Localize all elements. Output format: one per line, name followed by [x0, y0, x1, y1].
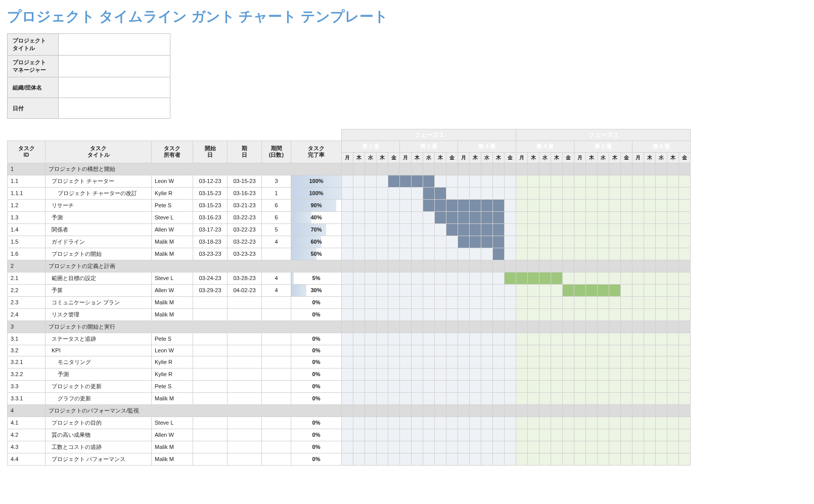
task-row: 2.1範囲と目標の設定Steve L03-24-2303-28-2345% — [8, 272, 691, 284]
dow-cell: 木 — [493, 152, 505, 163]
pct-cell[interactable]: 0% — [291, 441, 342, 453]
phase-header-1: フェーズ 1 — [342, 129, 516, 141]
dow-cell: 木 — [667, 152, 679, 163]
meta-table: プロジェクトタイトル プロジェクトマネージャー 組織/団体名 日付 — [7, 33, 170, 119]
section-row: 1プロジェクトの構想と開始 — [8, 163, 691, 175]
dow-cell: 水 — [365, 152, 377, 163]
dow-cell: 木 — [377, 152, 388, 163]
task-row: 1.2リサーチPete S03-15-2303-21-23690% — [8, 199, 691, 211]
pct-cell[interactable]: 40% — [291, 211, 342, 223]
pct-cell[interactable]: 0% — [291, 453, 342, 465]
task-row: 3.3.1グラフの更新Malik M0% — [8, 392, 691, 404]
pct-cell[interactable]: 70% — [291, 223, 342, 236]
week-header-3: 第 3 週 — [458, 141, 516, 152]
col-header-duration: 期間(日数) — [262, 141, 291, 163]
pct-cell[interactable]: 0% — [291, 417, 342, 429]
dow-cell: 水 — [539, 152, 551, 163]
dow-cell: 金 — [621, 152, 632, 163]
pct-cell[interactable]: 0% — [291, 380, 342, 392]
meta-label-date: 日付 — [8, 98, 59, 119]
col-header-owner: タスク所有者 — [152, 141, 193, 163]
week-header-1: 第 1 週 — [342, 141, 400, 152]
meta-value-project-title[interactable] — [59, 34, 170, 56]
dow-cell: 木 — [412, 152, 423, 163]
pct-cell[interactable]: 90% — [291, 199, 342, 211]
pct-cell[interactable]: 0% — [291, 296, 342, 308]
dow-cell: 月 — [458, 152, 470, 163]
pct-cell[interactable]: 0% — [291, 392, 342, 404]
pct-cell[interactable]: 100% — [291, 175, 342, 187]
dow-cell: 木 — [551, 152, 563, 163]
task-row: 3.1ステータスと追跡Pete S0% — [8, 333, 691, 345]
dow-cell: 水 — [423, 152, 435, 163]
pct-cell[interactable]: 0% — [291, 368, 342, 380]
dow-cell: 月 — [400, 152, 412, 163]
dow-cell: 木 — [586, 152, 598, 163]
pct-cell[interactable]: 0% — [291, 356, 342, 368]
dow-cell: 水 — [598, 152, 609, 163]
task-row: 4.2質の高い成果物Allen W0% — [8, 429, 691, 441]
week-header-4: 第 4 週 — [516, 141, 574, 152]
pct-cell[interactable]: 0% — [291, 308, 342, 320]
dow-cell: 木 — [609, 152, 621, 163]
week-header-5: 第 5 週 — [574, 141, 632, 152]
dow-cell: 月 — [516, 152, 528, 163]
dow-cell: 木 — [644, 152, 656, 163]
task-row: 3.2.2予測Kylie R0% — [8, 368, 691, 380]
dow-cell: 月 — [632, 152, 644, 163]
phase-header-2: フェーズ 2 — [516, 129, 691, 141]
task-row: 3.2KPILeon W0% — [8, 345, 691, 356]
section-row: 4プロジェクトのパフォーマンス/監視 — [8, 404, 691, 417]
dow-cell: 水 — [481, 152, 493, 163]
task-row: 1.1プロジェクト チャーターLeon W03-12-2303-15-23310… — [8, 175, 691, 187]
col-header-start: 開始日 — [193, 141, 228, 163]
pct-cell[interactable]: 60% — [291, 236, 342, 248]
week-header-2: 第 2 週 — [400, 141, 458, 152]
pct-cell[interactable]: 0% — [291, 429, 342, 441]
dow-cell: 金 — [505, 152, 516, 163]
gantt-table: フェーズ 1フェーズ 2タスクIDタスクタイトルタスク所有者開始日期日期間(日数… — [7, 129, 691, 466]
dow-cell: 木 — [470, 152, 481, 163]
section-row: 3プロジェクトの開始と実行 — [8, 320, 691, 333]
task-row: 2.2予算Allen W03-29-2304-02-23430% — [8, 284, 691, 296]
meta-value-project-manager[interactable] — [59, 56, 170, 77]
dow-cell: 金 — [388, 152, 400, 163]
task-row: 3.2.1モニタリングKylie R0% — [8, 356, 691, 368]
meta-value-date[interactable] — [59, 98, 170, 119]
task-row: 1.3予測Steve L03-16-2303-22-23640% — [8, 211, 691, 223]
meta-label-org: 組織/団体名 — [8, 77, 59, 98]
pct-cell[interactable]: 50% — [291, 248, 342, 260]
task-row: 2.3コミュニケーション プランMalik M0% — [8, 296, 691, 308]
task-row: 4.4プロジェクト パフォーマンスMalik M0% — [8, 453, 691, 465]
task-row: 1.4関係者Allen W03-17-2303-22-23570% — [8, 223, 691, 236]
dow-cell: 木 — [435, 152, 446, 163]
dow-cell: 木 — [353, 152, 365, 163]
col-header-id: タスクID — [8, 141, 46, 163]
section-row: 2プロジェクトの定義と計画 — [8, 260, 691, 272]
page-title: プロジェクト タイムライン ガント チャート テンプレート — [7, 7, 807, 26]
task-row: 1.1.1プロジェクト チャーターの改訂Kylie R03-15-2303-16… — [8, 187, 691, 199]
dow-cell: 金 — [563, 152, 574, 163]
pct-cell[interactable]: 100% — [291, 187, 342, 199]
dow-cell: 木 — [528, 152, 539, 163]
pct-cell[interactable]: 30% — [291, 284, 342, 296]
dow-cell: 水 — [656, 152, 667, 163]
dow-cell: 金 — [679, 152, 691, 163]
dow-cell: 月 — [342, 152, 353, 163]
task-row: 1.5ガイドラインMalik M03-18-2303-22-23460% — [8, 236, 691, 248]
task-row: 3.3プロジェクトの更新Pete S0% — [8, 380, 691, 392]
task-row: 4.1プロジェクトの目的Steve L0% — [8, 417, 691, 429]
col-header-end: 期日 — [228, 141, 262, 163]
col-header-pct: タスク完了率 — [291, 141, 342, 163]
meta-label-project-title: プロジェクトタイトル — [8, 34, 59, 56]
dow-cell: 金 — [446, 152, 458, 163]
pct-cell[interactable]: 0% — [291, 345, 342, 356]
task-row: 2.4リスク管理Malik M0% — [8, 308, 691, 320]
task-row: 1.6プロジェクトの開始Malik M03-23-2303-23-2350% — [8, 248, 691, 260]
meta-label-project-manager: プロジェクトマネージャー — [8, 56, 59, 77]
task-row: 4.3工数とコストの追跡Malik M0% — [8, 441, 691, 453]
pct-cell[interactable]: 0% — [291, 333, 342, 345]
dow-cell: 月 — [574, 152, 586, 163]
meta-value-org[interactable] — [59, 77, 170, 98]
pct-cell[interactable]: 5% — [291, 272, 342, 284]
